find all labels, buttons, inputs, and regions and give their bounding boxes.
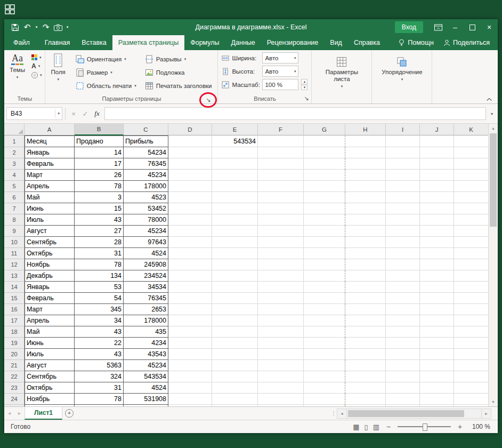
- column-header-B[interactable]: B: [75, 124, 124, 135]
- cell-B4[interactable]: 26: [75, 170, 124, 181]
- cell-F10[interactable]: [258, 237, 304, 248]
- cell-G19[interactable]: [304, 338, 345, 349]
- cell-H9[interactable]: [345, 226, 386, 237]
- cell-H6[interactable]: [345, 192, 386, 203]
- cell-H12[interactable]: [345, 259, 386, 270]
- cell-E19[interactable]: [212, 338, 258, 349]
- cell-C9[interactable]: 45234: [124, 226, 168, 237]
- cell-F7[interactable]: [258, 203, 304, 214]
- cell-E20[interactable]: [212, 349, 258, 360]
- cell-F3[interactable]: [258, 158, 304, 170]
- cell-I4[interactable]: [386, 170, 420, 181]
- cell-E15[interactable]: [212, 293, 258, 304]
- cell-J18[interactable]: [420, 326, 454, 338]
- cell-B6[interactable]: 3: [75, 192, 124, 203]
- cell-E1[interactable]: 543534: [212, 135, 258, 147]
- row-header-24[interactable]: 24: [4, 394, 25, 405]
- zoom-in-button[interactable]: +: [457, 422, 463, 431]
- theme-effects-button[interactable]: ▾: [31, 72, 42, 78]
- cell-C19[interactable]: 4234: [124, 338, 168, 349]
- cell-I6[interactable]: [386, 192, 420, 203]
- row-header-21[interactable]: 21: [4, 360, 25, 371]
- tab-file[interactable]: Файл: [4, 35, 39, 50]
- cancel-button[interactable]: ×: [68, 108, 79, 119]
- cell-A22[interactable]: Сентябрь: [25, 371, 75, 382]
- cell-C13[interactable]: 234524: [124, 270, 168, 282]
- cell-G14[interactable]: [304, 282, 345, 293]
- cell-A24[interactable]: Ноябрь: [25, 394, 75, 405]
- scale-to-fit-dialog-launcher[interactable]: ↘: [304, 95, 309, 101]
- cell-E13[interactable]: [212, 270, 258, 282]
- cell-I16[interactable]: [386, 304, 420, 315]
- cell-J25[interactable]: [420, 405, 454, 406]
- column-header-F[interactable]: F: [258, 124, 304, 135]
- cell-A18[interactable]: Май: [25, 326, 75, 338]
- cell-F22[interactable]: [258, 371, 304, 382]
- cell-D12[interactable]: [168, 259, 212, 270]
- cell-K10[interactable]: [454, 237, 488, 248]
- cell-E10[interactable]: [212, 237, 258, 248]
- zoom-out-button[interactable]: −: [385, 422, 392, 431]
- scroll-down-button[interactable]: ▼: [489, 397, 498, 406]
- scale-input[interactable]: 100 %: [262, 79, 298, 90]
- cell-J1[interactable]: [420, 135, 454, 147]
- row-header-1[interactable]: 1: [4, 135, 25, 147]
- cell-E22[interactable]: [212, 371, 258, 382]
- cell-C1[interactable]: Прибыль: [124, 135, 168, 147]
- cell-I2[interactable]: [386, 147, 420, 158]
- cell-D16[interactable]: [168, 304, 212, 315]
- orientation-button[interactable]: Ориентация▾: [71, 52, 141, 66]
- row-header-11[interactable]: 11: [4, 248, 25, 259]
- cell-E12[interactable]: [212, 259, 258, 270]
- cell-E21[interactable]: [212, 360, 258, 371]
- cell-K2[interactable]: [454, 147, 488, 158]
- cell-J13[interactable]: [420, 270, 454, 282]
- cell-H15[interactable]: [345, 293, 386, 304]
- tell-me-button[interactable]: Помощн: [393, 39, 439, 46]
- cell-H24[interactable]: [345, 394, 386, 405]
- cell-F18[interactable]: [258, 326, 304, 338]
- tab-insert[interactable]: Вставка: [76, 35, 112, 50]
- cell-C20[interactable]: 43543: [124, 349, 168, 360]
- cell-D22[interactable]: [168, 371, 212, 382]
- cell-J20[interactable]: [420, 349, 454, 360]
- cell-C21[interactable]: 45234: [124, 360, 168, 371]
- column-header-C[interactable]: C: [124, 124, 168, 135]
- cell-G21[interactable]: [304, 360, 345, 371]
- cell-D24[interactable]: [168, 394, 212, 405]
- cell-J11[interactable]: [420, 248, 454, 259]
- cell-I24[interactable]: [386, 394, 420, 405]
- cell-A8[interactable]: Июль: [25, 214, 75, 226]
- cell-K8[interactable]: [454, 214, 488, 226]
- cell-J3[interactable]: [420, 158, 454, 170]
- row-header-25[interactable]: 25: [4, 405, 25, 406]
- redo-button[interactable]: ↷: [41, 21, 51, 33]
- cell-C2[interactable]: 54234: [124, 147, 168, 158]
- cell-I7[interactable]: [386, 203, 420, 214]
- cell-D9[interactable]: [168, 226, 212, 237]
- cell-D6[interactable]: [168, 192, 212, 203]
- cell-A6[interactable]: Май: [25, 192, 75, 203]
- cell-H13[interactable]: [345, 270, 386, 282]
- cell-A21[interactable]: Август: [25, 360, 75, 371]
- cell-J9[interactable]: [420, 226, 454, 237]
- cell-D8[interactable]: [168, 214, 212, 226]
- cell-C12[interactable]: 245908: [124, 259, 168, 270]
- cell-F16[interactable]: [258, 304, 304, 315]
- cell-K5[interactable]: [454, 181, 488, 192]
- print-titles-button[interactable]: Печатать заголовки: [141, 79, 216, 92]
- cell-I8[interactable]: [386, 214, 420, 226]
- cell-B15[interactable]: 54: [75, 293, 124, 304]
- cell-J10[interactable]: [420, 237, 454, 248]
- cell-C25[interactable]: 234524: [124, 405, 168, 406]
- save-button[interactable]: [10, 21, 20, 33]
- row-header-13[interactable]: 13: [4, 270, 25, 282]
- column-header-I[interactable]: I: [386, 124, 420, 135]
- cell-K4[interactable]: [454, 170, 488, 181]
- scroll-left-button[interactable]: ◄: [337, 409, 347, 419]
- cell-E8[interactable]: [212, 214, 258, 226]
- row-header-3[interactable]: 3: [4, 158, 25, 170]
- page-setup-dialog-launcher[interactable]: ↘: [206, 97, 210, 103]
- cell-A2[interactable]: Январь: [25, 147, 75, 158]
- row-header-14[interactable]: 14: [4, 282, 25, 293]
